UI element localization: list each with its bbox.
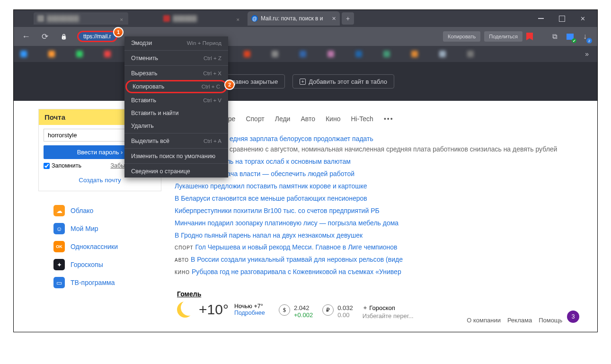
services-list: ☁Облако ☺Мой Мир OKОдноклассники ✦Гороск…	[53, 205, 118, 288]
service-horoscopes[interactable]: ✦Гороскопы	[53, 259, 118, 270]
ctx-paste-find[interactable]: Вставить и найти	[124, 107, 228, 119]
ctx-undo[interactable]: ОтменитьCtrl + Z	[124, 52, 228, 64]
callout-marker-1: 1	[113, 27, 124, 37]
bookmark-icon[interactable]	[526, 33, 533, 40]
weather-widget[interactable]: +10° Ночью +7° Подробнее	[177, 302, 265, 318]
news-feed: едняя зарплата белорусов продолжает пада…	[175, 133, 578, 278]
remember-checkbox[interactable]: Запомнить	[44, 162, 81, 169]
footer-help[interactable]: Помощь	[539, 317, 562, 324]
news-link[interactable]: В Гродно пьяный парень напал на двух нез…	[175, 231, 363, 239]
lock-icon[interactable]	[58, 31, 70, 42]
ctx-emoji[interactable]: ЭмодзиWin + Период	[124, 36, 228, 49]
callout-marker-3: 3	[567, 311, 579, 323]
new-tab-button[interactable]: +	[342, 12, 354, 25]
close-tab-button[interactable]: ✕	[332, 16, 336, 22]
temperature: +10°	[199, 302, 229, 318]
nav-bar: ttps://mail.r 1 Копировать Поделиться	[14, 27, 597, 46]
horoscope-widget[interactable]: Гороскоп Избегайте перег...	[363, 304, 414, 320]
ctx-page-info[interactable]: Сведения о странице	[124, 165, 228, 178]
reload-button[interactable]	[39, 31, 51, 42]
copy-url-button[interactable]: Копировать	[443, 31, 480, 42]
browser-tab-active[interactable]: @ Mail.ru: почта, поиск в и ✕	[248, 11, 340, 26]
footer-ads[interactable]: Реклама	[507, 317, 532, 324]
footer-links: О компании Реклама Помощь •••	[467, 317, 578, 324]
footer-about[interactable]: О компании	[467, 317, 501, 324]
collections-icon[interactable]	[549, 31, 560, 42]
service-ok[interactable]: OKОдноклассники	[53, 241, 118, 252]
nav-item[interactable]: Кино	[326, 115, 341, 123]
bookmarks-overflow-button[interactable]: »	[581, 50, 593, 58]
ctx-delete[interactable]: Удалить	[124, 119, 228, 132]
rub-widget[interactable]: ₽ 0.0320.00	[322, 304, 353, 319]
night-temp: Ночью +7°	[234, 303, 265, 310]
close-icon[interactable]	[120, 16, 124, 21]
nav-item[interactable]: Леди	[275, 115, 291, 123]
service-cloud[interactable]: ☁Облако	[53, 205, 118, 216]
share-button[interactable]: Поделиться	[484, 31, 522, 42]
ctx-paste[interactable]: ВставитьCtrl + V	[124, 94, 228, 107]
dollar-icon: $	[279, 304, 290, 316]
nav-item[interactable]: Спорт	[246, 115, 264, 123]
news-link[interactable]: едняя зарплата белорусов продолжает пада…	[230, 135, 373, 142]
login-username-input[interactable]	[44, 129, 135, 141]
mailru-favicon-icon: @	[251, 15, 258, 22]
news-link[interactable]: Киберпреступники похитили Br100 тыс. со …	[175, 207, 380, 214]
tab-title: Mail.ru: почта, поиск в и	[261, 15, 329, 22]
news-link[interactable]: Лукашенко предложил поставить памятник к…	[175, 182, 367, 190]
weather-more-link[interactable]: Подробнее	[234, 310, 265, 316]
ctx-cut[interactable]: ВырезатьCtrl + X	[124, 67, 228, 80]
news-link[interactable]: В России создали уникальный трамвай для …	[191, 256, 403, 263]
news-link[interactable]: Минчанин подарил зоопарку платиновую лис…	[175, 219, 398, 227]
page-content: ире Спорт Леди Авто Кино Hi-Tech ••• Поч…	[14, 101, 597, 332]
news-link[interactable]: Гол Черышева и новый рекорд Месси. Главн…	[195, 243, 398, 251]
main-nav: ире Спорт Леди Авто Кино Hi-Tech •••	[224, 115, 394, 123]
downloads-button[interactable]	[579, 31, 591, 42]
nav-more[interactable]: •••	[384, 115, 394, 123]
ctx-change-search[interactable]: Изменить поиск по умолчанию	[124, 150, 228, 162]
info-widgets: $ 2.042+0.002 ₽ 0.0320.00 Гороскоп Избег…	[279, 304, 414, 320]
title-bar: ████████ ██████ @ Mail.ru: почта, поиск …	[14, 10, 597, 27]
window-maximize-button[interactable]	[558, 14, 566, 23]
url-text: ttps://mail.r	[83, 33, 111, 40]
ctx-select-all[interactable]: Выделить всёCtrl + A	[124, 134, 228, 147]
window-minimize-button[interactable]	[537, 14, 545, 23]
back-button[interactable]	[20, 31, 32, 42]
add-to-tablo-button[interactable]: +Добавить этот сайт в табло	[292, 74, 394, 89]
callout-marker-2: 2	[224, 80, 235, 90]
browser-tab-redacted[interactable]: ██████	[159, 12, 245, 25]
moon-icon	[177, 302, 193, 318]
service-tv[interactable]: ▭ТВ-программа	[53, 277, 118, 288]
news-link[interactable]: Рубцова год не разговаривала с Кожевнико…	[192, 268, 401, 275]
tablo-header: Недавно закрытые +Добавить этот сайт в т…	[14, 62, 597, 101]
context-menu: ЭмодзиWin + Период ОтменитьCtrl + Z Выре…	[124, 36, 228, 178]
nav-item[interactable]: Hi-Tech	[351, 115, 373, 123]
image-extension-icon[interactable]	[564, 31, 576, 42]
service-mymir[interactable]: ☺Мой Мир	[53, 223, 118, 234]
close-icon[interactable]	[236, 16, 241, 21]
bookmarks-bar: »	[14, 46, 597, 62]
address-bar[interactable]: ttps://mail.r	[77, 31, 117, 42]
usd-widget[interactable]: $ 2.042+0.002	[279, 304, 313, 319]
ruble-icon: ₽	[322, 304, 334, 316]
browser-tab-redacted[interactable]: ████████	[34, 12, 128, 25]
nav-item[interactable]: Авто	[301, 115, 315, 123]
news-sub: сравнению с августом, номинальная начисл…	[175, 144, 578, 154]
region-link[interactable]: Гомель	[177, 290, 201, 298]
window-close-button[interactable]	[578, 14, 587, 23]
ctx-copy[interactable]: КопироватьCtrl + C	[125, 80, 227, 93]
create-mail-link[interactable]: Создать почту	[79, 177, 121, 184]
news-link[interactable]: В Беларуси становится все меньше работаю…	[175, 195, 367, 202]
